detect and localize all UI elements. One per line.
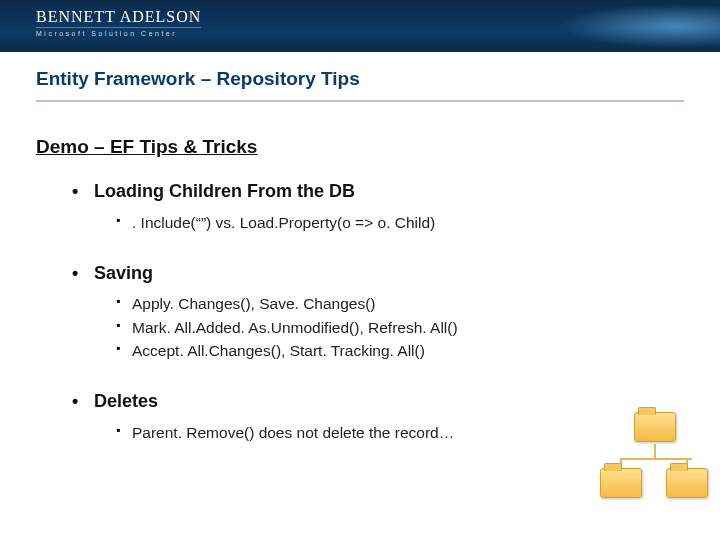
slide-subtitle: Demo – EF Tips & Tricks: [36, 136, 720, 158]
section-deletes: Deletes Parent. Remove() does not delete…: [72, 390, 660, 444]
list-item: . Include(“”) vs. Load.Property(o => o. …: [116, 211, 660, 234]
section-loading: Loading Children From the DB . Include(“…: [72, 180, 660, 234]
folder-icon: [600, 468, 642, 498]
logo-main: BENNETT ADELSON: [36, 8, 201, 26]
folder-icon: [666, 468, 708, 498]
content-area: Loading Children From the DB . Include(“…: [0, 180, 720, 444]
sub-list: Apply. Changes(), Save. Changes() Mark. …: [72, 292, 660, 362]
sub-list: Parent. Remove() does not delete the rec…: [72, 421, 660, 444]
folder-icon: [634, 412, 676, 442]
section-heading: Saving: [72, 262, 660, 285]
logo-sub: Microsoft Solution Center: [36, 27, 201, 37]
slide-title: Entity Framework – Repository Tips: [36, 68, 684, 90]
list-item: Apply. Changes(), Save. Changes(): [116, 292, 660, 315]
logo: BENNETT ADELSON Microsoft Solution Cente…: [36, 8, 201, 37]
header-shine: [540, 0, 720, 52]
sub-list: . Include(“”) vs. Load.Property(o => o. …: [72, 211, 660, 234]
connector: [620, 458, 692, 460]
header-band: BENNETT ADELSON Microsoft Solution Cente…: [0, 0, 720, 52]
list-item: Mark. All.Added. As.Unmodified(), Refres…: [116, 316, 660, 339]
connector: [654, 444, 656, 458]
title-underline: [36, 100, 684, 102]
section-saving: Saving Apply. Changes(), Save. Changes()…: [72, 262, 660, 362]
list-item: Parent. Remove() does not delete the rec…: [116, 421, 660, 444]
title-bar: Entity Framework – Repository Tips: [0, 52, 720, 96]
folder-diagram-icon: [590, 412, 710, 522]
section-heading: Loading Children From the DB: [72, 180, 660, 203]
list-item: Accept. All.Changes(), Start. Tracking. …: [116, 339, 660, 362]
section-heading: Deletes: [72, 390, 660, 413]
